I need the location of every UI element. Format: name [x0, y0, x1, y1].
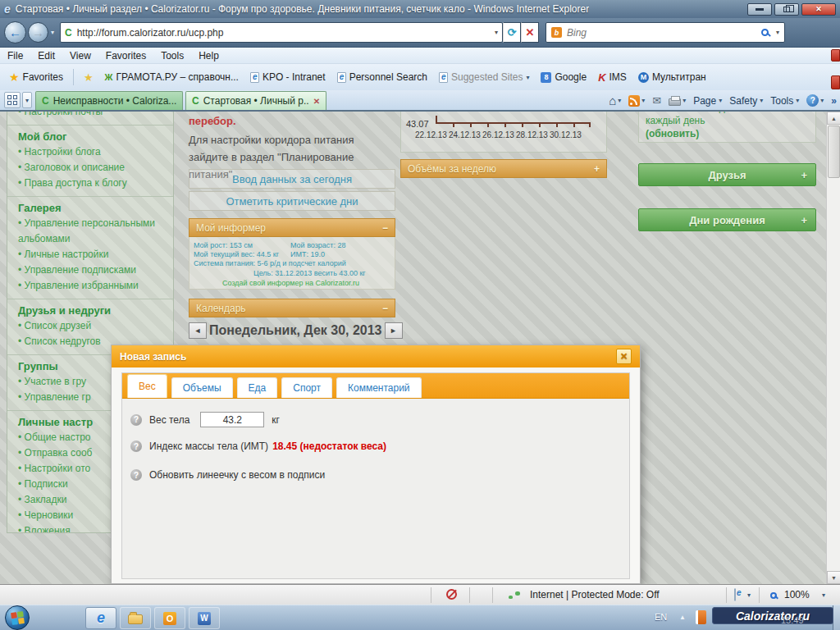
favorite-link-google[interactable]: 8 Google [535, 67, 592, 87]
help-icon[interactable]: ? [130, 441, 142, 452]
scroll-up-button[interactable]: ▲ [827, 112, 840, 125]
sidebar-item[interactable]: Права доступа к блогу [18, 176, 168, 191]
birthdays-button[interactable]: Дни рождения+ [638, 208, 816, 231]
search-box[interactable]: b Bing ▾ [546, 22, 785, 43]
sidebar-item[interactable]: Личные настройки [18, 247, 168, 262]
toolbar-edge-button[interactable] [831, 49, 840, 62]
dialog-title-bar[interactable]: Новая запись ✕ [112, 345, 640, 368]
favorite-link-suggested-sites[interactable]: Suggested Sites ▾ [433, 67, 535, 87]
update-link[interactable]: (обновить) [646, 127, 809, 140]
tab-faults[interactable]: C Неисправности • Caloriza... [35, 91, 183, 110]
print-button[interactable]: ▾ [669, 95, 686, 106]
show-desktop-button[interactable] [833, 605, 840, 630]
collapse-icon[interactable]: − [382, 303, 388, 314]
tab-start-page-active[interactable]: C Стартовая • Личный р... ✕ [185, 91, 326, 110]
chevron-down-icon[interactable]: ▾ [747, 591, 751, 599]
sidebar-item-mail-settings[interactable]: Настройки почты [18, 112, 168, 120]
scroll-down-button[interactable]: ▼ [827, 571, 840, 584]
sidebar-item[interactable]: Список друзей [18, 318, 168, 334]
tray-expand-icon[interactable]: ▲ [679, 614, 686, 621]
tab-comment[interactable]: Комментарий [336, 377, 422, 398]
tools-menu-button[interactable]: Tools▾ [770, 95, 799, 107]
favorite-link-multitran[interactable]: M Мультитран [632, 67, 712, 87]
search-input[interactable]: Bing [567, 27, 587, 39]
zoom-dropdown[interactable]: ▾ [822, 591, 825, 599]
add-favorite-button[interactable]: ★ [78, 67, 99, 87]
address-bar[interactable]: C http://forum.calorizator.ru/ucp.php ▾ [60, 22, 503, 43]
quick-tabs-button[interactable] [4, 92, 21, 108]
menu-tools[interactable]: Tools [153, 50, 191, 62]
sidebar-item[interactable]: Управление подписками [18, 262, 168, 278]
url-text[interactable]: http://forum.calorizator.ru/ucp.php [77, 27, 224, 39]
calendar-next-button[interactable]: ► [385, 322, 403, 339]
stop-button[interactable]: ✕ [521, 22, 539, 43]
expand-icon[interactable]: + [594, 163, 600, 175]
search-icon[interactable] [761, 29, 769, 36]
help-icon[interactable]: ? [130, 469, 142, 481]
refresh-button[interactable]: ⟳ [503, 22, 521, 43]
tab-sport[interactable]: Спорт [281, 377, 332, 398]
menu-help[interactable]: Help [191, 50, 226, 62]
language-indicator[interactable]: EN [655, 612, 667, 622]
sidebar-item[interactable]: Управление избранными [18, 278, 168, 294]
protected-mode-icon[interactable] [734, 588, 736, 601]
forward-button[interactable]: → [28, 22, 48, 43]
tab-list-button[interactable]: ▾ [22, 92, 32, 108]
menu-view[interactable]: View [62, 50, 98, 62]
dialog-close-button[interactable]: ✕ [616, 349, 632, 364]
body-weight-input[interactable] [200, 412, 264, 427]
feeds-button[interactable]: ▾ [628, 95, 645, 107]
tab-close-icon[interactable]: ✕ [313, 97, 320, 106]
calendar-panel-header[interactable]: Календарь − [189, 299, 395, 317]
favorite-link-personnel-search[interactable]: Personnel Search [331, 67, 433, 87]
favorites-button[interactable]: ★ Favorites [3, 67, 69, 87]
favorite-link-ims[interactable]: K IMS [592, 67, 632, 87]
address-dropdown[interactable]: ▾ [495, 29, 498, 36]
collapse-icon[interactable]: − [382, 222, 388, 234]
enter-today-data-button[interactable]: Ввод данных за сегодня [189, 169, 395, 189]
tray-clock[interactable]: 15:49 [781, 615, 804, 625]
menu-edit[interactable]: Edit [30, 50, 62, 62]
page-scrollbar[interactable]: ▲ ▼ [826, 112, 840, 584]
favorite-link-gramota[interactable]: Ж ГРАМОТА.РУ – справочн... [99, 67, 244, 87]
toolbar-edge-button[interactable] [831, 75, 840, 89]
help-icon[interactable]: ? [130, 414, 142, 426]
informer-create-link[interactable]: Создай свой информер на Calorizator.ru [222, 279, 359, 287]
zoom-level[interactable]: 100% [784, 589, 810, 600]
sidebar-item[interactable]: Настройки блога [18, 144, 168, 160]
taskbar-outlook-button[interactable]: O [154, 607, 185, 629]
tab-weight[interactable]: Вес [127, 374, 167, 398]
help-button[interactable]: ?▾ [806, 94, 824, 107]
toolbar-overflow-chevron[interactable]: » [831, 95, 837, 107]
calendar-prev-button[interactable]: ◄ [189, 322, 207, 339]
back-button[interactable]: ← [4, 21, 26, 43]
volumes-panel-header[interactable]: Объёмы за неделю + [400, 159, 607, 178]
menu-favorites[interactable]: Favorites [98, 50, 153, 62]
mark-critical-days-button[interactable]: Отметить критические дни [189, 191, 395, 211]
recent-pages-dropdown[interactable]: ▾ [51, 29, 54, 36]
sidebar-item[interactable]: Управление персональными альбомами [18, 216, 168, 247]
home-button[interactable]: ⌂▾ [609, 94, 621, 107]
taskbar-word-button[interactable]: W [189, 607, 220, 629]
tab-food[interactable]: Еда [237, 377, 278, 398]
restore-button[interactable] [774, 3, 799, 16]
taskbar-ie-button[interactable]: e [85, 607, 116, 629]
friends-button[interactable]: Друзья+ [638, 163, 816, 186]
favorite-link-kpo[interactable]: KPO - Intranet [244, 67, 331, 87]
safety-menu-button[interactable]: Safety▾ [729, 95, 763, 107]
start-button[interactable] [5, 605, 30, 630]
search-dropdown[interactable]: ▾ [776, 29, 779, 36]
informer-panel-header[interactable]: Мой информер − [189, 218, 395, 237]
sidebar-item[interactable]: Заголовок и описание [18, 160, 168, 176]
read-mail-button[interactable]: ✉ [652, 94, 661, 107]
minimize-button[interactable] [747, 3, 772, 16]
menu-file[interactable]: File [0, 50, 30, 62]
close-button[interactable]: ✕ [801, 3, 836, 16]
scroll-thumb[interactable] [828, 126, 840, 178]
page-menu-button[interactable]: Page▾ [693, 95, 722, 107]
taskbar-explorer-button[interactable] [120, 607, 151, 629]
tray-app-icon[interactable] [696, 610, 706, 624]
expand-icon: + [801, 169, 807, 181]
blocked-content-icon[interactable] [446, 589, 457, 600]
tab-volumes[interactable]: Объемы [171, 377, 233, 398]
